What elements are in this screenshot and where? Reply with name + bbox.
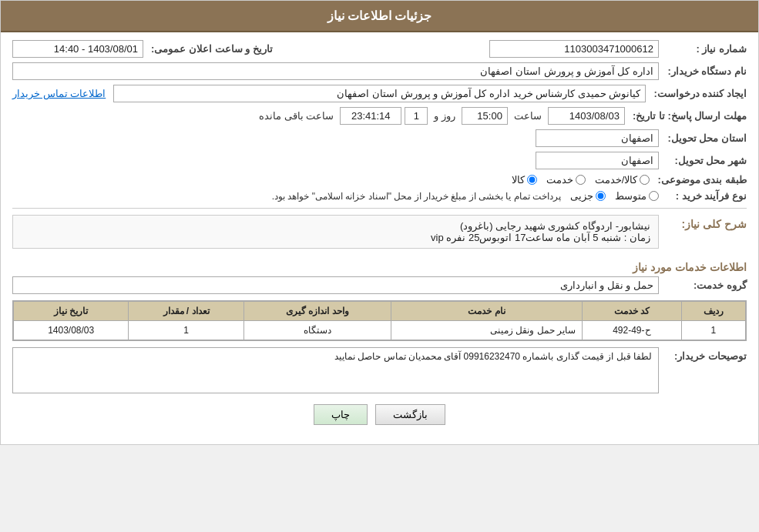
kala-khadamat-label: کالا/خدمت (595, 174, 638, 186)
kala-khadamat-option[interactable]: کالا/خدمت (595, 174, 650, 186)
noefr-note: پرداخت تمام یا بخشی از مبلغ خریدار از مح… (272, 191, 561, 202)
khadamat-option[interactable]: خدمت (546, 174, 586, 186)
gorohe-label: گروه خدمت: (662, 279, 747, 291)
rooz-value: 1 (405, 107, 428, 125)
khadamat-radio[interactable] (576, 175, 586, 185)
toseih-text: لطفا قبل از قیمت گذاری باشماره 099162324… (12, 347, 659, 393)
cell-nam: سایر حمل ونقل زمینی (391, 321, 582, 340)
noefr-radio-group: متوسط جزیی (570, 190, 659, 202)
tabaqe-label: طبقه بندی موضوعی: (653, 174, 747, 186)
tabaqe-radio-group: کالا/خدمت خدمت کالا (512, 174, 650, 186)
saat-value: 15:00 (462, 107, 508, 125)
col-kod: کد خدمت (583, 302, 682, 321)
sharh-text2: زمان : شنبه 5 آبان ماه ساعت17 اتوبوس25 ن… (21, 232, 650, 243)
gorohe-value: حمل و نقل و انبارداری (12, 276, 659, 294)
cell-vahed: دستگاه (243, 321, 391, 340)
motavaset-label: متوسط (615, 190, 646, 202)
khadamat-label: خدمت (546, 174, 573, 186)
table-row: 1ح-49-492سایر حمل ونقل زمینیدستگاه11403/… (14, 321, 746, 340)
page-title: جزئیات اطلاعات نیاز (327, 9, 432, 22)
publish-label: تاریخ و ساعت اعلان عمومی: (146, 43, 273, 55)
noefr-label: نوع فرآیند خرید : (662, 190, 747, 202)
jozii-option[interactable]: جزیی (570, 190, 606, 202)
ostan-value: اصفهان (536, 129, 659, 147)
ostan-label: استان محل تحویل: (662, 132, 747, 144)
namdastgah-label: نام دستگاه خریدار: (662, 65, 747, 77)
saat-label: ساعت (514, 110, 542, 122)
jozii-radio[interactable] (596, 191, 606, 201)
sharh-text1: نیشابور- اردوگاه کشوری شهید رجایی (باغرو… (21, 220, 650, 232)
ijad-label: ایجاد کننده درخواست: (649, 88, 747, 99)
services-table-container: ردیف کد خدمت نام خدمت واحد اندازه گیری ت… (12, 300, 747, 341)
date-value: 1403/08/03 (548, 107, 625, 125)
ijad-value: کیانوش حمیدی کارشناس خرید اداره کل آموزش… (113, 85, 646, 102)
toseih-box: لطفا قبل از قیمت گذاری باشماره 099162324… (12, 347, 659, 393)
publish-value: 1403/08/01 - 14:40 (12, 40, 143, 58)
countdown: 23:41:14 (340, 107, 401, 125)
shahr-label: شهر محل تحویل: (662, 155, 747, 166)
page-header: جزئیات اطلاعات نیاز (1, 1, 758, 32)
services-table: ردیف کد خدمت نام خدمت واحد اندازه گیری ت… (13, 301, 746, 340)
sharh-box: نیشابور- اردوگاه کشوری شهید رجایی (باغرو… (12, 215, 659, 249)
col-tarikh: تاریخ نیاز (14, 302, 129, 321)
bagi-label: ساعت باقی مانده (259, 110, 334, 122)
motavaset-radio[interactable] (649, 191, 659, 201)
kala-label: کالا (512, 174, 525, 186)
motavaset-option[interactable]: متوسط (615, 190, 659, 202)
khadamat-section-title: اطلاعات خدمات مورد نیاز (12, 258, 747, 276)
shomareNiaz-value: 1103003471000612 (489, 40, 659, 58)
col-tedad: تعداد / مقدار (129, 302, 243, 321)
print-button[interactable]: چاپ (314, 404, 368, 425)
jozii-label: جزیی (570, 190, 593, 202)
button-row: بازگشت چاپ (12, 404, 747, 433)
cell-kod: ح-49-492 (583, 321, 682, 340)
cell-tedad: 1 (129, 321, 243, 340)
back-button[interactable]: بازگشت (375, 404, 445, 425)
shahr-value: اصفهان (536, 152, 659, 169)
cell-radif: 1 (681, 321, 745, 340)
namdastgah-value: اداره کل آموزش و پرورش استان اصفهان (12, 62, 659, 80)
kala-radio[interactable] (527, 175, 537, 185)
col-radif: ردیف (681, 302, 745, 321)
col-vahed: واحد اندازه گیری (243, 302, 391, 321)
kala-khadamat-radio[interactable] (640, 175, 650, 185)
mohlat-label: مهلت ارسال پاسخ: تا تاریخ: (628, 110, 747, 122)
sharh-section-title: شرح کلی نیاز: (662, 215, 747, 233)
col-nam: نام خدمت (391, 302, 582, 321)
toseih-label: توصیحات خریدار: (662, 347, 747, 362)
kala-option[interactable]: کالا (512, 174, 537, 186)
rooz-label: روز و (434, 110, 455, 122)
tamas-link[interactable]: اطلاعات تماس خریدار (12, 88, 106, 99)
shomareNiaz-label: شماره نیاز : (662, 43, 747, 55)
cell-tarikh: 1403/08/03 (14, 321, 129, 340)
